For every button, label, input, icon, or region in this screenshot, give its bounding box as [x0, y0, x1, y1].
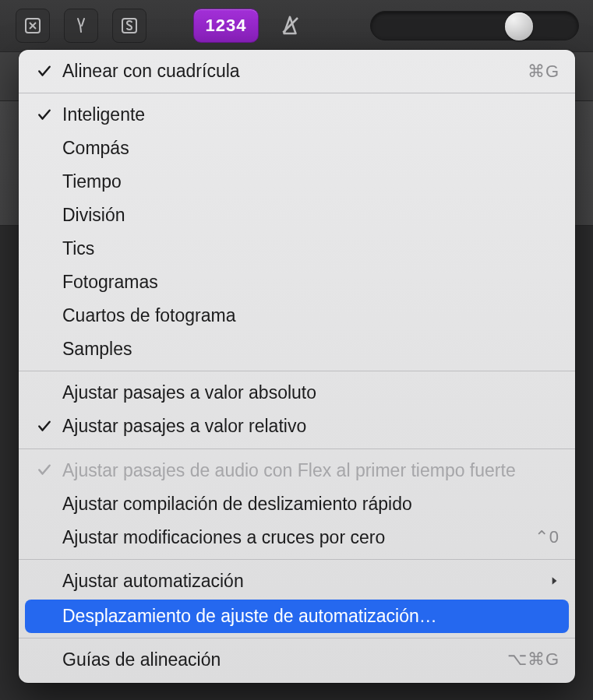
menu-item[interactable]: Desplazamiento de ajuste de automatizaci… — [25, 600, 569, 633]
menu-item-label: Fotogramas — [62, 270, 559, 294]
menu-item[interactable]: Guías de alineación⌥⌘G — [19, 643, 575, 677]
slider-knob[interactable] — [505, 12, 533, 40]
menu-item[interactable]: Ajustar modificaciones a cruces por cero… — [19, 521, 575, 554]
menu-item[interactable]: Inteligente — [19, 98, 575, 132]
menu-item[interactable]: Ajustar automatización — [19, 565, 575, 598]
menu-item-label: Tiempo — [62, 170, 559, 194]
menu-separator — [19, 448, 575, 449]
menu-item-label: Tics — [62, 237, 559, 261]
menu-item-label: Samples — [62, 337, 559, 361]
solo-button[interactable] — [112, 9, 146, 43]
zoom-slider[interactable] — [370, 11, 579, 40]
menu-item-label: Desplazamiento de ajuste de automatizaci… — [62, 604, 559, 628]
check-icon — [36, 462, 53, 479]
badge-label: 1234 — [206, 16, 247, 36]
menu-item[interactable]: Cuartos de fotograma — [19, 299, 575, 332]
menu-item-label: Compás — [62, 136, 559, 160]
menu-item[interactable]: Tiempo — [19, 165, 575, 199]
check-icon — [36, 62, 53, 79]
menu-item-label: Ajustar pasajes a valor absoluto — [62, 381, 559, 405]
snap-mode-badge[interactable]: 1234 — [193, 9, 259, 43]
close-box-button[interactable] — [16, 9, 50, 43]
menu-item[interactable]: Ajustar pasajes a valor absoluto — [19, 376, 575, 410]
menu-shortcut: ⌃0 — [535, 526, 559, 549]
menu-item[interactable]: Fotogramas — [19, 266, 575, 299]
menu-item[interactable]: Tics — [19, 232, 575, 266]
menu-item[interactable]: Ajustar pasajes a valor relativo — [19, 410, 575, 443]
menu-item: Ajustar pasajes de audio con Flex al pri… — [19, 454, 575, 487]
snap-context-menu: Alinear con cuadrícula⌘GInteligenteCompá… — [19, 50, 575, 683]
menu-item-label: Ajustar automatización — [62, 569, 539, 593]
menu-item-label: Inteligente — [62, 103, 559, 127]
check-icon — [36, 106, 53, 123]
menu-separator — [19, 638, 575, 638]
toolbar: 1234 — [0, 0, 593, 51]
menu-item-label: Ajustar modificaciones a cruces por cero — [62, 526, 525, 550]
menu-separator — [19, 371, 575, 371]
menu-item-label: División — [62, 203, 559, 227]
check-icon — [36, 418, 53, 435]
menu-item-label: Ajustar pasajes a valor relativo — [62, 414, 559, 438]
menu-item[interactable]: División — [19, 199, 575, 232]
menu-item-label: Ajustar compilación de deslizamiento ráp… — [62, 492, 559, 516]
menu-separator — [19, 93, 575, 93]
menu-item[interactable]: Alinear con cuadrícula⌘G — [19, 55, 575, 88]
menu-item[interactable]: Samples — [19, 332, 575, 366]
menu-item-label: Alinear con cuadrícula — [62, 59, 518, 83]
menu-item[interactable]: Compás — [19, 132, 575, 165]
menu-item[interactable]: Ajustar compilación de deslizamiento ráp… — [19, 487, 575, 521]
menu-shortcut: ⌥⌘G — [507, 648, 559, 671]
menu-shortcut: ⌘G — [528, 60, 559, 83]
menu-separator — [19, 559, 575, 560]
metronome-off-icon[interactable] — [273, 9, 307, 43]
menu-item-label: Guías de alineación — [62, 648, 498, 672]
chevron-right-icon — [549, 569, 559, 593]
menu-item-label: Ajustar pasajes de audio con Flex al pri… — [62, 459, 559, 483]
tuning-fork-button[interactable] — [64, 9, 98, 43]
menu-item-label: Cuartos de fotograma — [62, 304, 559, 328]
